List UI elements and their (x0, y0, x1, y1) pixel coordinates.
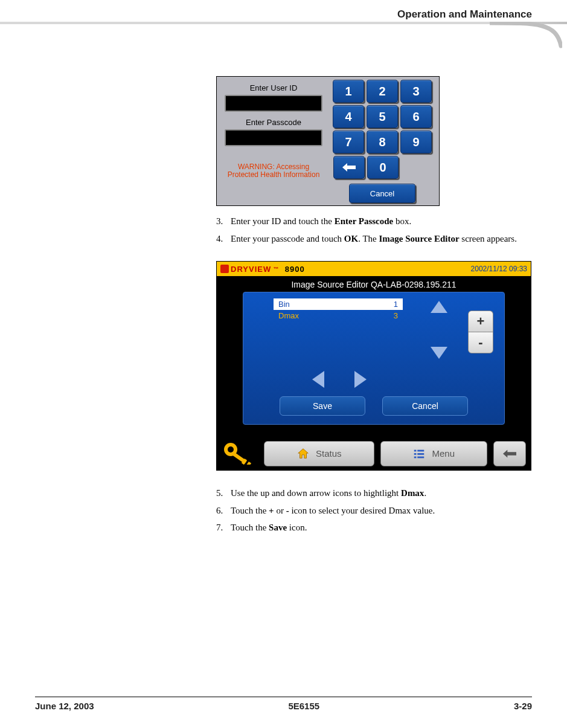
step-4: 4. Enter your passcode and touch OK. The… (216, 232, 526, 246)
home-icon (296, 447, 310, 460)
brand: DRYVIEW™ 8900 (220, 265, 305, 274)
cancel-button[interactable]: Cancel (382, 396, 468, 416)
header-divider (0, 22, 567, 52)
step-7: 7. Touch the Save icon. (216, 521, 526, 535)
param-label: Bin (278, 300, 290, 309)
bottom-nav: Status Menu (217, 425, 531, 470)
screenshot-image-source-editor: DRYVIEW™ 8900 2002/11/12 09:33 Image Sou… (216, 261, 531, 471)
footer-date: June 12, 2003 (35, 701, 94, 711)
arrow-right-button[interactable] (354, 371, 367, 388)
cancel-button[interactable]: Cancel (349, 184, 415, 203)
user-id-field[interactable] (225, 95, 322, 112)
footer-page-number: 3-29 (514, 701, 532, 711)
key-7[interactable]: 7 (333, 130, 364, 153)
screen-title: Image Source Editor QA-LAB-0298.195.211 (217, 276, 531, 292)
page-footer: June 12, 2003 5E6155 3-29 (35, 697, 532, 711)
key-backspace[interactable] (333, 156, 365, 179)
key-icon (222, 440, 258, 466)
instruction-list-b: 5. Use the up and down arrow icons to hi… (216, 486, 526, 535)
backspace-icon (342, 163, 356, 172)
arrow-down-icon (431, 347, 447, 359)
key-3[interactable]: 3 (400, 80, 432, 103)
param-row-dmax[interactable]: Dmax 3 (274, 310, 403, 321)
svg-rect-7 (414, 453, 417, 455)
arrow-up-button[interactable] (431, 301, 447, 313)
plus-button[interactable]: + (468, 311, 493, 332)
editor-panel: Bin 1 Dmax 3 + - Save Cancel (243, 292, 505, 425)
screenshot-enter-passcode: Enter User ID Enter Passcode WARNING: Ac… (216, 76, 440, 206)
numeric-keypad: 1 2 3 4 5 6 7 8 9 0 Cancel (330, 80, 435, 203)
save-button[interactable]: Save (280, 396, 365, 416)
warning-text: WARNING: Accessing Protected Health Info… (228, 163, 320, 179)
back-button[interactable] (493, 441, 526, 466)
svg-rect-4 (246, 462, 251, 465)
arrow-down-button[interactable] (431, 347, 447, 359)
arrow-left-button[interactable] (312, 371, 324, 388)
title-bar: DRYVIEW™ 8900 2002/11/12 09:33 (217, 262, 531, 276)
key-5[interactable]: 5 (367, 105, 398, 128)
key-6[interactable]: 6 (400, 105, 432, 128)
back-arrow-icon (503, 447, 516, 460)
section-title: Operation and Maintenance (35, 8, 532, 21)
key-2[interactable]: 2 (367, 80, 398, 103)
list-icon (412, 447, 426, 460)
passcode-field[interactable] (225, 129, 322, 146)
param-value: 3 (394, 311, 398, 320)
key-9[interactable]: 9 (400, 130, 432, 153)
status-button[interactable]: Status (264, 441, 374, 466)
key-4[interactable]: 4 (333, 105, 364, 128)
svg-point-1 (228, 446, 234, 453)
svg-rect-9 (414, 456, 417, 458)
parameter-list: Bin 1 Dmax 3 (274, 298, 403, 321)
kodak-logo-icon (220, 265, 229, 273)
label-user-id: Enter User ID (250, 83, 298, 92)
param-row-bin[interactable]: Bin 1 (274, 298, 403, 310)
minus-button[interactable]: - (468, 332, 493, 353)
step-6: 6. Touch the + or - icon to select your … (216, 504, 526, 518)
step-5: 5. Use the up and down arrow icons to hi… (216, 486, 526, 500)
key-1[interactable]: 1 (333, 80, 364, 103)
svg-rect-8 (418, 453, 424, 455)
key-8[interactable]: 8 (367, 130, 398, 153)
timestamp: 2002/11/12 09:33 (471, 265, 527, 273)
menu-button[interactable]: Menu (380, 441, 488, 466)
instruction-list-a: 3. Enter your ID and touch the Enter Pas… (216, 214, 526, 245)
label-passcode: Enter Passcode (246, 118, 301, 127)
arrow-up-icon (431, 301, 447, 313)
footer-doc-id: 5E6155 (288, 701, 319, 711)
param-value: 1 (394, 300, 398, 309)
svg-rect-5 (414, 449, 417, 451)
plus-minus-stepper: + - (468, 311, 492, 353)
svg-rect-10 (418, 456, 424, 458)
key-0[interactable]: 0 (367, 156, 399, 179)
arrow-right-icon (354, 371, 367, 388)
param-label: Dmax (278, 311, 299, 320)
svg-rect-6 (418, 449, 424, 451)
step-3: 3. Enter your ID and touch the Enter Pas… (216, 214, 526, 228)
arrow-left-icon (312, 371, 324, 388)
